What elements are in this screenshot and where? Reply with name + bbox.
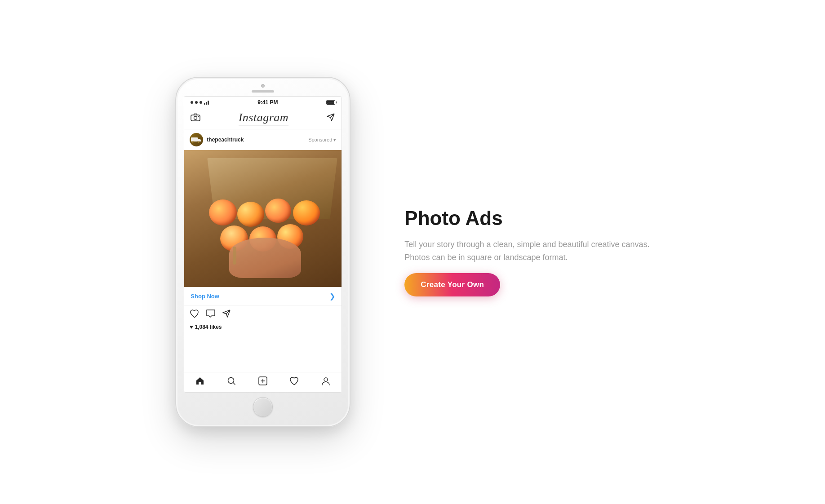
sponsored-badge: Sponsored ▾: [308, 137, 336, 143]
sponsored-label: Sponsored: [308, 137, 332, 142]
shop-now-text: Shop Now: [191, 293, 219, 300]
svg-point-5: [192, 141, 193, 142]
likes-count: ♥ 1,084 likes: [184, 323, 342, 333]
instagram-header: Instagram: [184, 107, 342, 129]
user-avatar: [190, 133, 203, 146]
wifi-bar-1: [204, 103, 205, 105]
ad-description: Tell your story through a clean, simple …: [404, 238, 649, 264]
battery-icon: [326, 100, 335, 105]
comment-icon[interactable]: [206, 309, 216, 320]
add-nav-icon[interactable]: [258, 376, 268, 389]
home-nav-icon[interactable]: [195, 376, 205, 389]
camera-icon[interactable]: [191, 113, 200, 124]
signal-dot-1: [191, 101, 193, 104]
phone-screen: 9:41 PM: [184, 96, 342, 393]
wifi-bar-3: [208, 101, 209, 105]
search-nav-icon[interactable]: [226, 376, 236, 389]
ig-bottom-nav: [184, 372, 342, 392]
activity-nav-icon[interactable]: [289, 376, 299, 389]
username-label: thepeachtruck: [207, 137, 244, 143]
svg-point-10: [324, 378, 328, 381]
svg-point-7: [198, 141, 199, 142]
ad-description-line1: Tell your story through a clean, simple …: [404, 240, 649, 249]
status-right: [326, 100, 335, 105]
instagram-logo: Instagram: [239, 111, 288, 125]
create-your-own-button[interactable]: Create Your Own: [404, 273, 500, 296]
heart-icon: ♥: [190, 324, 193, 330]
post-image: [184, 150, 342, 287]
phone-speaker: [252, 90, 274, 93]
content-panel: Photo Ads Tell your story through a clea…: [404, 208, 649, 296]
battery-fill: [327, 101, 334, 104]
page-container: 9:41 PM: [0, 0, 825, 504]
svg-point-2: [198, 116, 199, 117]
status-bar: 9:41 PM: [184, 97, 342, 107]
wifi-icon: [204, 101, 209, 105]
phone-top-bar: [176, 78, 350, 93]
profile-nav-icon[interactable]: [321, 376, 331, 389]
share-icon[interactable]: [222, 309, 231, 320]
phone-mockup: 9:41 PM: [175, 77, 350, 427]
ad-title: Photo Ads: [404, 208, 649, 229]
wifi-bar-2: [206, 102, 207, 105]
shop-chevron-icon: ❯: [329, 292, 335, 301]
phone-camera: [261, 84, 265, 88]
post-header: thepeachtruck Sponsored ▾: [184, 129, 342, 150]
shop-now-bar[interactable]: Shop Now ❯: [184, 287, 342, 305]
like-icon[interactable]: [190, 309, 200, 320]
post-actions: [184, 305, 342, 323]
signal-dot-3: [200, 101, 202, 104]
likes-text: 1,084 likes: [195, 324, 222, 330]
phone-shell: 9:41 PM: [175, 77, 350, 427]
status-left: [191, 101, 209, 105]
direct-message-icon[interactable]: [326, 113, 335, 124]
post-user: thepeachtruck: [190, 133, 244, 146]
phone-home-button[interactable]: [253, 397, 273, 417]
ad-description-line2: Photos can be in square or landscape for…: [404, 253, 568, 262]
svg-rect-0: [191, 115, 200, 121]
svg-point-1: [194, 116, 197, 119]
svg-rect-3: [191, 137, 198, 141]
sponsored-chevron: ▾: [333, 137, 336, 143]
status-time: 9:41 PM: [257, 99, 278, 106]
signal-dot-2: [195, 101, 198, 104]
